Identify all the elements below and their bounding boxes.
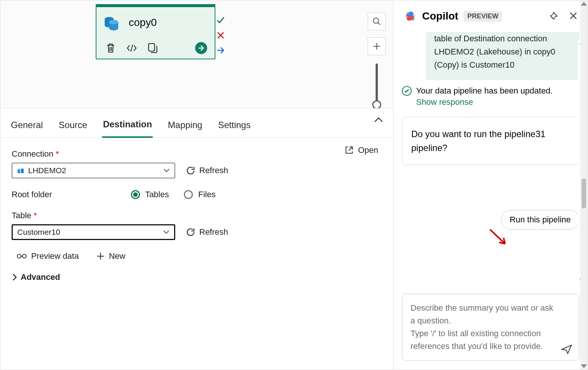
zoom-handle[interactable] <box>372 100 381 109</box>
svg-point-13 <box>407 12 409 14</box>
copilot-status-line: Your data pipeline has been updated. <box>402 86 579 96</box>
svg-rect-7 <box>149 44 155 51</box>
connection-value: LHDEMO2 <box>28 166 66 175</box>
advanced-toggle[interactable]: Advanced <box>12 272 382 282</box>
refresh-table-button[interactable]: Refresh <box>186 227 228 237</box>
connection-label: Connection * <box>12 149 382 159</box>
trash-icon[interactable] <box>105 43 116 53</box>
copilot-action-summary: table of Destination connection LHDEMO2 … <box>426 32 579 80</box>
run-arrow-icon[interactable] <box>195 42 207 54</box>
run-this-pipeline-button[interactable]: Run this pipeline <box>501 210 579 230</box>
tab-general[interactable]: General <box>10 116 44 137</box>
copilot-logo-icon <box>403 9 417 23</box>
root-folder-files-radio[interactable]: Files <box>184 190 215 199</box>
svg-point-5 <box>109 26 118 30</box>
activity-title: copy0 <box>129 17 157 29</box>
success-check-icon <box>402 86 412 96</box>
error-x-icon <box>217 31 225 39</box>
properties-tabs: General Source Destination Mapping Setti… <box>0 109 393 138</box>
table-select[interactable]: Customer10 <box>12 224 175 240</box>
activity-status-column <box>217 16 226 54</box>
svg-point-12 <box>23 254 26 258</box>
svg-point-11 <box>17 254 21 258</box>
refresh-connection-button[interactable]: Refresh <box>186 166 228 175</box>
open-connection-link[interactable]: Open <box>344 145 378 155</box>
tab-destination[interactable]: Destination <box>102 115 153 138</box>
svg-rect-10 <box>21 169 24 173</box>
send-icon[interactable] <box>561 344 572 354</box>
forward-arrow-icon <box>217 46 225 54</box>
code-icon[interactable] <box>126 43 137 53</box>
table-value: Customer10 <box>17 228 60 237</box>
pin-icon[interactable] <box>549 11 558 21</box>
chevron-down-icon <box>163 168 170 173</box>
open-label: Open <box>358 145 378 155</box>
svg-point-8 <box>373 18 379 23</box>
close-icon[interactable] <box>569 11 578 21</box>
tab-mapping[interactable]: Mapping <box>167 116 203 137</box>
root-folder-label: Root folder <box>12 190 52 199</box>
tab-source[interactable]: Source <box>58 116 88 137</box>
copilot-title: Copilot <box>422 10 458 22</box>
preview-badge: PREVIEW <box>463 11 502 22</box>
canvas-add-button[interactable] <box>368 37 386 55</box>
collapse-chevron-icon[interactable] <box>374 117 383 123</box>
root-folder-tables-radio[interactable]: Tables <box>131 190 169 199</box>
copilot-input[interactable]: Describe the summary you want or ask a q… <box>402 294 579 361</box>
pipeline-canvas[interactable]: copy0 <box>0 0 393 109</box>
connection-select[interactable]: LHDEMO2 <box>12 163 175 178</box>
zoom-slider[interactable] <box>376 63 378 105</box>
show-response-link[interactable]: Show response <box>416 97 473 107</box>
svg-point-6 <box>109 20 118 24</box>
copilot-panel: Copilot PREVIEW table of Destination con… <box>393 0 588 370</box>
page-scrollbar[interactable] <box>580 0 588 370</box>
tab-settings[interactable]: Settings <box>217 116 251 137</box>
svg-rect-9 <box>18 170 20 173</box>
annotation-arrow-icon <box>488 227 509 248</box>
lakehouse-icon <box>17 167 24 174</box>
copilot-input-placeholder: Describe the summary you want or ask a q… <box>411 302 558 353</box>
copilot-question-card: Do you want to run the pipeline31 pipeli… <box>402 117 579 165</box>
preview-data-button[interactable]: Preview data <box>16 251 79 261</box>
svg-point-14 <box>412 18 414 20</box>
duplicate-icon[interactable] <box>147 43 158 53</box>
new-table-button[interactable]: New <box>96 251 125 261</box>
chevron-down-icon <box>163 230 170 234</box>
activity-node-copy0[interactable]: copy0 <box>96 6 215 59</box>
copy-data-icon <box>103 14 120 31</box>
table-label: Table * <box>12 211 382 220</box>
success-check-icon <box>217 16 225 24</box>
canvas-search-button[interactable] <box>368 12 386 30</box>
